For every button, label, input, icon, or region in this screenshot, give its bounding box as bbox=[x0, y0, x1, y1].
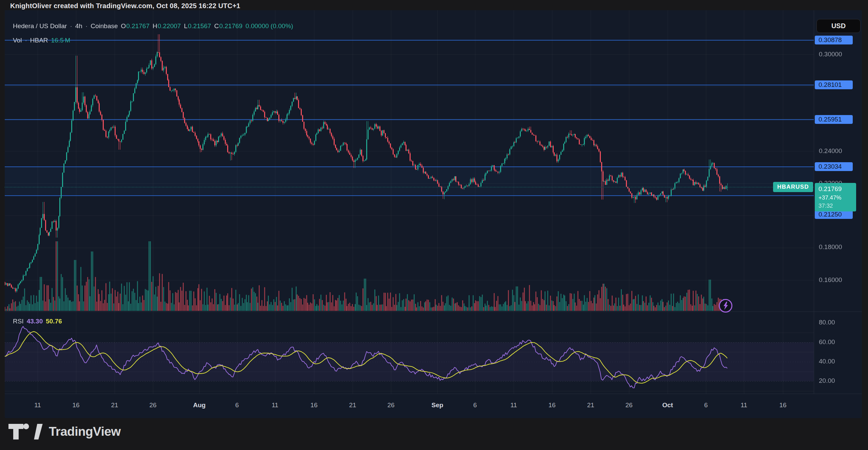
rsi-value: 43.30 bbox=[27, 318, 43, 325]
rsi-scale-label: 80.00 bbox=[814, 318, 862, 327]
rsi-legend: RSI 43.30 50.76 bbox=[13, 318, 62, 325]
time-axis-label: 11 bbox=[510, 401, 517, 409]
time-axis-label: 6 bbox=[704, 401, 708, 409]
chart-panel: Hedera / US Dollar · 4h · Coinbase O0.21… bbox=[5, 10, 862, 418]
volume-label[interactable]: Vol bbox=[13, 37, 22, 44]
pane-separator[interactable] bbox=[5, 312, 862, 312]
time-axis-label: 16 bbox=[779, 401, 786, 409]
tradingview-mark-v-icon bbox=[34, 424, 44, 440]
time-axis[interactable]: 11 16 21 26 Aug 6 11 16 21 26 bbox=[5, 394, 862, 418]
page: KnightOliver created with TradingView.co… bbox=[0, 0, 868, 450]
time-axis-label: Oct bbox=[662, 401, 673, 409]
time-axis-label: 16 bbox=[72, 401, 79, 409]
price-scale-label[interactable]: 0.25951 bbox=[815, 115, 853, 124]
symbol-name[interactable]: Hedera / US Dollar bbox=[13, 22, 67, 30]
time-axis-label: 21 bbox=[349, 401, 356, 409]
ohlc-low: L0.21567 bbox=[184, 22, 211, 30]
rsi-scale-label: 20.00 bbox=[814, 376, 862, 385]
time-axis-label: 21 bbox=[587, 401, 594, 409]
price-axis[interactable]: 0.30878 0.30000 0.28101 0.25951 0.24000 … bbox=[814, 10, 862, 394]
rsi-ma-value: 50.76 bbox=[46, 318, 62, 325]
rsi-scale-label: 40.00 bbox=[814, 357, 862, 366]
price-line-symbol-tag[interactable]: HBARUSD bbox=[773, 182, 813, 192]
time-axis-label: 26 bbox=[387, 401, 394, 409]
volume-ticker: HBAR bbox=[30, 37, 48, 44]
lightning-icon bbox=[722, 301, 729, 310]
time-axis-label: 11 bbox=[34, 401, 41, 409]
time-axis-label: 11 bbox=[741, 401, 747, 409]
volume-legend: Vol · HBAR 16.5 M bbox=[13, 37, 70, 44]
time-axis-label: 16 bbox=[310, 401, 317, 409]
tradingview-logo[interactable]: TradingView bbox=[8, 424, 121, 440]
ohlc-close: C0.21769 bbox=[214, 22, 242, 30]
time-axis-label: 11 bbox=[272, 401, 278, 409]
tradingview-mark-icon bbox=[8, 424, 29, 440]
chart-plot-canvas[interactable] bbox=[5, 10, 814, 394]
exchange-label: Coinbase bbox=[91, 22, 118, 30]
time-axis-label: 16 bbox=[548, 401, 555, 409]
price-scale-label: 0.30000 bbox=[814, 50, 862, 59]
time-axis-label: 21 bbox=[111, 401, 118, 409]
price-scale-label: 0.18000 bbox=[814, 243, 862, 251]
legend-separator: · bbox=[70, 22, 72, 30]
time-axis-label: 6 bbox=[235, 401, 239, 409]
current-price: 0.21769 bbox=[818, 185, 856, 193]
tradingview-wordmark: TradingView bbox=[49, 425, 121, 439]
rsi-label[interactable]: RSI bbox=[13, 318, 24, 325]
ohlc-change: 0.00000 (0.00%) bbox=[245, 22, 293, 30]
symbol-legend: Hedera / US Dollar · 4h · Coinbase O0.21… bbox=[13, 22, 293, 30]
price-scale-label[interactable]: 0.28101 bbox=[815, 80, 853, 89]
rsi-scale-label: 60.00 bbox=[814, 338, 862, 346]
flash-boost-button[interactable] bbox=[719, 299, 732, 313]
price-scale-label[interactable]: 0.23034 bbox=[815, 162, 853, 171]
price-scale-label: 0.24000 bbox=[814, 147, 862, 155]
ohlc-high: H0.22007 bbox=[153, 22, 181, 30]
currency-toggle-button[interactable]: USD bbox=[816, 19, 861, 33]
legend-separator: · bbox=[85, 22, 87, 30]
ohlc-open: O0.21767 bbox=[121, 22, 150, 30]
attribution-text: KnightOliver created with TradingView.co… bbox=[10, 2, 240, 10]
time-axis-label: 6 bbox=[473, 401, 477, 409]
time-axis-label: Sep bbox=[432, 401, 443, 409]
time-axis-label: Aug bbox=[193, 401, 206, 409]
bar-countdown: 37:32 bbox=[818, 202, 856, 210]
current-price-label: 0.21769 +37.47% 37:32 bbox=[815, 183, 856, 211]
volume-value: 16.5 M bbox=[51, 37, 71, 44]
interval-label[interactable]: 4h bbox=[75, 22, 82, 30]
price-scale-label: 0.16000 bbox=[814, 276, 862, 284]
time-axis-label: 26 bbox=[149, 401, 156, 409]
current-change-pct: +37.47% bbox=[818, 193, 856, 202]
legend-separator: · bbox=[25, 37, 27, 44]
price-scale-label[interactable]: 0.30878 bbox=[815, 36, 853, 44]
time-axis-label: 26 bbox=[625, 401, 632, 409]
